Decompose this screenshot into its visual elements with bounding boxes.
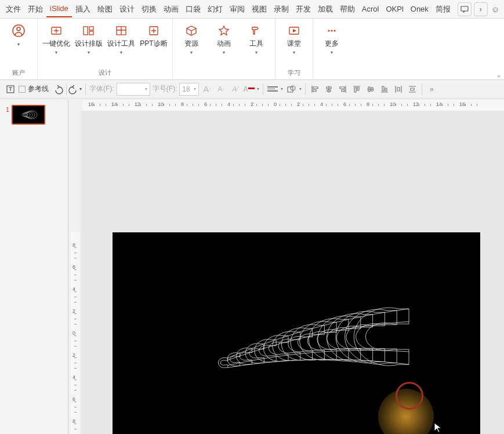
hruler-tick: 8 (367, 101, 369, 107)
font-combo[interactable]: ▾ (117, 83, 150, 96)
align-bottom-icon[interactable] (379, 83, 390, 95)
group-label-study: 学习 (288, 68, 300, 78)
ribbon-expand-icon[interactable]: ⌄ (496, 71, 502, 79)
chevron-down-icon: ▾ (120, 50, 122, 55)
tab-brief[interactable]: 简报 (432, 1, 454, 18)
hruler-tick: 14 (436, 101, 442, 107)
tab-file[interactable]: 文件 (2, 1, 24, 18)
cursor-ring (396, 382, 423, 410)
textbox-icon[interactable] (5, 83, 16, 95)
anim-label: 动画 (217, 39, 231, 48)
chevron-down-icon: ▾ (190, 50, 193, 55)
hruler-tick: 14 (111, 101, 117, 107)
tab-animation[interactable]: 动画 (160, 1, 182, 18)
svg-rect-0 (461, 6, 468, 11)
tab-dev[interactable]: 开发 (292, 1, 314, 18)
one-click-label: 一键优化 (42, 39, 70, 48)
align-middle-icon[interactable] (365, 83, 376, 95)
svg-point-12 (333, 30, 335, 31)
comment-icon (461, 6, 469, 13)
tab-help[interactable]: 帮助 (336, 1, 358, 18)
user-icon (10, 24, 27, 37)
tab-okplus[interactable]: OKPl (382, 1, 407, 17)
clear-format-icon[interactable]: A⁄ (229, 83, 241, 95)
svg-point-2 (17, 27, 20, 31)
tab-onekey[interactable]: Onek (407, 1, 432, 17)
hruler-tick: 4 (320, 101, 323, 107)
account-button[interactable]: ▾ (3, 21, 34, 47)
design-tools-button[interactable]: 设计工具 ▾ (106, 21, 136, 55)
tab-slideshow[interactable]: 幻灯 (204, 1, 226, 18)
resource-label: 资源 (184, 39, 198, 48)
align-right-icon[interactable] (337, 83, 349, 95)
slide-canvas-area[interactable] (81, 111, 504, 434)
ribbon-group-study: 课堂 ▾ 学习 (275, 19, 313, 79)
cursor-icon (434, 422, 442, 434)
comments-button[interactable] (458, 2, 472, 16)
resource-button[interactable]: 资源 ▾ (176, 21, 206, 55)
hruler-tick: 6 (204, 101, 207, 107)
class-button[interactable]: 课堂 ▾ (279, 21, 309, 55)
tab-transition[interactable]: 切换 (138, 1, 160, 18)
distribute-v-icon[interactable] (407, 83, 418, 95)
tab-view[interactable]: 视图 (248, 1, 270, 18)
tab-acrobat[interactable]: Acrol (358, 1, 383, 17)
slide-thumbnail-1[interactable] (12, 105, 45, 125)
hruler-tick: 2 (251, 101, 253, 107)
ribbon-group-design: 一键优化 ▾ 设计排版 ▾ 设计工具 ▾ PPT诊断 设计 (38, 19, 173, 79)
svg-rect-5 (89, 27, 93, 30)
tab-draw[interactable]: 绘图 (94, 1, 116, 18)
hruler-tick: 6 (343, 101, 346, 107)
thumb-number: 1 (2, 105, 9, 125)
align-icon[interactable] (267, 83, 278, 95)
chevron-button[interactable]: › (474, 2, 488, 16)
tab-islide[interactable]: iSlide (46, 1, 72, 17)
ppt-diag-button[interactable]: PPT诊断 (139, 21, 169, 48)
smiley-icon[interactable]: ☺ (489, 5, 502, 14)
anim-button[interactable]: 动画 ▾ (209, 21, 239, 55)
cube-icon (183, 24, 200, 37)
hruler-tick: 4 (227, 101, 230, 107)
tab-record[interactable]: 录制 (270, 1, 292, 18)
increase-font-icon[interactable]: A↑ (201, 83, 213, 95)
distribute-h-icon[interactable] (393, 83, 404, 95)
design-layout-button[interactable]: 设计排版 ▾ (74, 21, 104, 55)
guides-label: 参考线 (28, 84, 49, 94)
one-click-button[interactable]: 一键优化 ▾ (41, 21, 71, 55)
svg-point-11 (331, 30, 332, 31)
size-combo[interactable]: 18▾ (179, 83, 199, 96)
tab-design[interactable]: 设计 (116, 1, 138, 18)
ribbon-group-res: 资源 ▾ 动画 ▾ 工具 ▾ (173, 19, 275, 79)
tool-button[interactable]: 工具 ▾ (241, 21, 271, 55)
align-top-icon[interactable] (351, 83, 362, 95)
guides-checkbox[interactable] (19, 86, 26, 93)
undo-icon[interactable] (51, 83, 63, 95)
tab-insert[interactable]: 插入 (72, 1, 94, 18)
hruler-tick: 16 (459, 101, 465, 107)
redo-icon[interactable]: ▾ (70, 83, 82, 95)
tab-addins[interactable]: 加载 (314, 1, 336, 18)
decrease-font-icon[interactable]: A↓ (215, 83, 227, 95)
more-format-icon[interactable]: » (426, 83, 437, 95)
align-left-icon[interactable] (309, 83, 321, 95)
more-button[interactable]: 更多 ▾ (317, 21, 347, 55)
tab-pocket[interactable]: 口袋 (182, 1, 204, 18)
align-center-h-icon[interactable] (323, 83, 335, 95)
tab-home[interactable]: 开始 (24, 1, 46, 18)
ppt-diag-label: PPT诊断 (140, 39, 167, 48)
chevron-down-icon: ▾ (55, 50, 57, 55)
design-layout-label: 设计排版 (75, 39, 103, 48)
vertical-ruler: 864202468 (71, 232, 80, 434)
dots-icon (324, 24, 340, 37)
chevron-down-icon: ▾ (88, 50, 90, 55)
hruler-tick: 8 (181, 101, 184, 107)
tab-review[interactable]: 审阅 (226, 1, 248, 18)
shape-icon[interactable] (285, 83, 297, 95)
hruler-tick: 2 (297, 101, 300, 107)
hammer-icon (248, 24, 264, 37)
font-color-icon[interactable]: A (243, 83, 255, 95)
ribbon-group-account: ▾ 账户 (0, 19, 38, 79)
sparkle-icon (48, 24, 64, 37)
size-label: 字号(F): (153, 84, 177, 94)
hruler-tick: 12 (135, 101, 140, 107)
